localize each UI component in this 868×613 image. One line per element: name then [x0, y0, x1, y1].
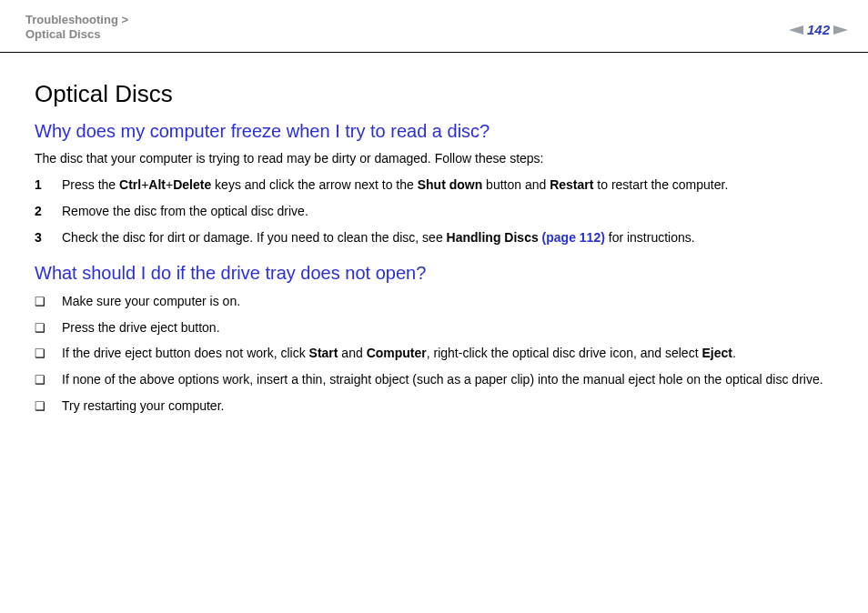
- text-fragment: +: [166, 177, 173, 192]
- page-title: Optical Discs: [35, 80, 833, 108]
- bullet-box-icon: ❑: [35, 320, 45, 337]
- page-number: 142: [807, 22, 830, 37]
- section1-intro: The disc that your computer is trying to…: [35, 151, 833, 166]
- text-fragment: , right-click the optical disc drive ico…: [427, 346, 702, 360]
- text-fragment: button and: [482, 177, 550, 192]
- text-fragment: If the drive eject button does not work,…: [62, 346, 309, 360]
- breadcrumb: Troubleshooting > Optical Discs: [25, 13, 850, 42]
- key-label: Ctrl: [119, 177, 141, 192]
- text-fragment: .: [732, 346, 736, 360]
- page-ref-link[interactable]: (page 112): [542, 230, 605, 245]
- breadcrumb-line2: Optical Discs: [25, 27, 100, 41]
- svg-marker-0: [789, 25, 803, 35]
- section1-heading: Why does my computer freeze when I try t…: [35, 121, 833, 142]
- step-2: 2 Remove the disc from the optical disc …: [35, 203, 833, 220]
- bold-label: Handling Discs: [447, 230, 542, 245]
- item-text: Try restarting your computer.: [62, 397, 224, 415]
- key-label: Alt: [148, 177, 166, 192]
- step-number: 1: [35, 176, 45, 194]
- list-item: ❑ Press the drive eject button.: [35, 319, 833, 337]
- page-number-nav: 142: [789, 22, 848, 37]
- step-text: Press the Ctrl+Alt+Delete keys and click…: [62, 176, 728, 194]
- ui-label: Computer: [367, 346, 427, 360]
- step-number: 3: [35, 229, 45, 246]
- ui-label: Shut down: [418, 177, 483, 192]
- step-number: 2: [35, 203, 45, 220]
- bullet-box-icon: ❑: [35, 346, 45, 362]
- list-item: ❑ Make sure your computer is on.: [35, 293, 833, 310]
- section2-items: ❑ Make sure your computer is on. ❑ Press…: [35, 293, 833, 415]
- nav-next-icon[interactable]: [833, 25, 848, 35]
- text-fragment: to restart the computer.: [593, 177, 728, 192]
- document-page: Troubleshooting > Optical Discs 142 Opti…: [0, 0, 868, 613]
- bullet-box-icon: ❑: [35, 398, 45, 415]
- item-text: If none of the above options work, inser…: [62, 371, 823, 388]
- item-text: Make sure your computer is on.: [62, 293, 240, 310]
- ui-label: Eject: [701, 346, 732, 360]
- section1-steps: 1 Press the Ctrl+Alt+Delete keys and cli…: [35, 176, 833, 246]
- bullet-box-icon: ❑: [35, 372, 45, 388]
- text-fragment: keys and click the arrow next to the: [211, 177, 417, 192]
- page-content: Optical Discs Why does my computer freez…: [0, 53, 868, 415]
- list-item: ❑ If the drive eject button does not wor…: [35, 345, 833, 362]
- breadcrumb-line1: Troubleshooting >: [25, 13, 128, 26]
- page-header: Troubleshooting > Optical Discs 142: [0, 0, 868, 53]
- text-fragment: Press the: [62, 177, 119, 192]
- item-text: Press the drive eject button.: [62, 319, 220, 337]
- text-fragment: for instructions.: [605, 230, 695, 245]
- svg-marker-1: [833, 25, 848, 35]
- bullet-box-icon: ❑: [35, 294, 45, 310]
- item-text: If the drive eject button does not work,…: [62, 345, 736, 362]
- step-text: Remove the disc from the optical disc dr…: [62, 203, 308, 220]
- ui-label: Restart: [550, 177, 593, 192]
- step-1: 1 Press the Ctrl+Alt+Delete keys and cli…: [35, 176, 833, 194]
- nav-prev-icon[interactable]: [789, 25, 803, 35]
- section2-heading: What should I do if the drive tray does …: [35, 263, 833, 284]
- list-item: ❑ If none of the above options work, ins…: [35, 371, 833, 388]
- step-3: 3 Check the disc for dirt or damage. If …: [35, 229, 833, 246]
- ui-label: Start: [309, 346, 338, 360]
- step-text: Check the disc for dirt or damage. If yo…: [62, 229, 695, 246]
- text-fragment: Check the disc for dirt or damage. If yo…: [62, 230, 447, 245]
- text-fragment: and: [338, 346, 366, 360]
- key-label: Delete: [173, 177, 211, 192]
- list-item: ❑ Try restarting your computer.: [35, 397, 833, 415]
